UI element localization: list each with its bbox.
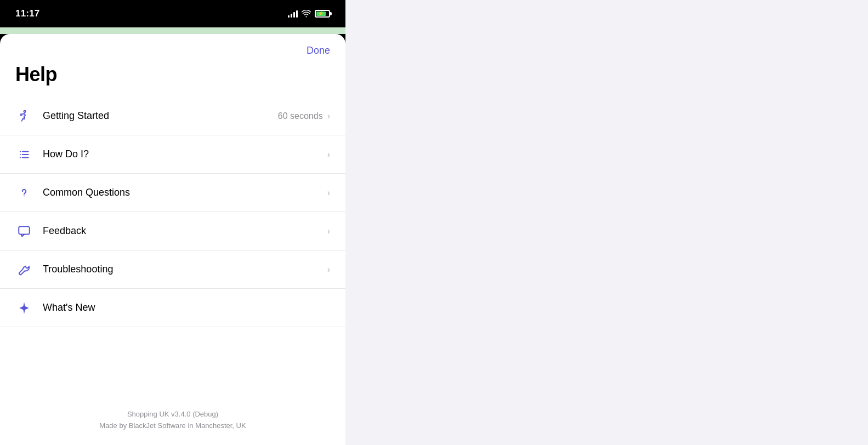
menu-list: Getting Started 60 seconds › How Do [0,97,345,399]
svg-point-8 [20,157,21,158]
menu-item-troubleshooting[interactable]: Troubleshooting › [0,250,345,289]
menu-item-common-questions[interactable]: Common Questions › [0,174,345,212]
svg-point-6 [20,151,21,152]
menu-item-whats-new[interactable]: What's New [0,289,345,327]
troubleshooting-label: Troubleshooting [43,264,327,275]
signal-bars-icon [288,10,298,18]
status-icons: ⚡ [288,10,330,18]
wifi-icon [302,10,311,18]
menu-item-feedback[interactable]: Feedback › [0,212,345,250]
svg-rect-10 [19,226,30,234]
footer: Shopping UK v3.4.0 (Debug) Made by Black… [0,399,345,445]
question-icon [15,184,33,202]
footer-line1: Shopping UK v3.4.0 (Debug) [0,409,345,420]
page-title: Help [0,56,345,97]
menu-item-getting-started[interactable]: Getting Started 60 seconds › [0,97,345,135]
battery-icon: ⚡ [315,10,330,18]
footer-line2: Made by BlackJet Software in Manchester,… [0,420,345,432]
chevron-right-icon: › [327,265,330,275]
done-button[interactable]: Done [307,45,330,56]
common-questions-label: Common Questions [43,187,327,198]
menu-item-how-do-i[interactable]: How Do I? › [0,135,345,174]
svg-point-9 [24,195,25,196]
status-bar: 11:17 ⚡ [0,0,345,27]
chevron-right-icon: › [327,150,330,159]
svg-point-0 [24,110,25,112]
chevron-right-icon: › [327,226,330,236]
phone-frame: 11:17 ⚡ [0,0,345,445]
chat-icon [15,222,33,240]
help-sheet: Done Help Getting Started 60 seconds [0,34,345,445]
chevron-right-icon: › [327,111,330,121]
sheet-header: Done [0,34,345,56]
svg-point-7 [20,153,21,155]
walk-icon [15,107,33,125]
getting-started-detail: 60 seconds [278,111,323,121]
whats-new-label: What's New [43,302,330,313]
getting-started-label: Getting Started [43,110,278,122]
list-icon [15,146,33,163]
chevron-right-icon: › [327,188,330,198]
green-bar [0,27,345,34]
sparkle-icon [15,299,33,317]
wrench-icon [15,261,33,278]
status-time: 11:17 [15,8,39,19]
feedback-label: Feedback [43,225,327,237]
right-panel [345,0,868,445]
how-do-i-label: How Do I? [43,149,327,160]
